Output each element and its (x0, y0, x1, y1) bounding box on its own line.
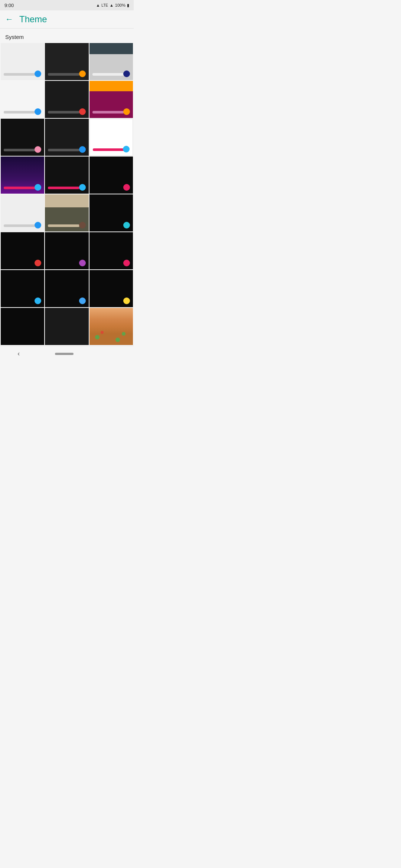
section-label: System (0, 29, 134, 43)
back-button[interactable]: ← (5, 14, 13, 24)
theme-dot (35, 146, 41, 153)
theme-bar (48, 149, 79, 151)
theme-card[interactable] (45, 43, 88, 80)
theme-dot (35, 222, 41, 228)
theme-card[interactable] (1, 270, 44, 307)
theme-bar (48, 73, 79, 76)
status-icons: ▲ LTE ▲ 100% ▮ (96, 3, 129, 8)
theme-card[interactable] (45, 81, 88, 118)
pizza-topping (122, 332, 125, 336)
theme-dot (123, 222, 130, 228)
theme-dot (123, 184, 130, 191)
theme-card[interactable] (89, 81, 133, 118)
theme-dot (35, 260, 41, 266)
theme-card[interactable] (89, 119, 133, 156)
theme-card[interactable] (1, 119, 44, 156)
theme-bar (48, 224, 79, 227)
theme-card[interactable] (1, 194, 44, 231)
theme-bar (4, 111, 35, 114)
theme-dot (79, 260, 86, 266)
themes-grid (0, 43, 134, 346)
theme-card[interactable] (45, 270, 88, 307)
theme-dot (79, 297, 86, 304)
pizza-topping (101, 331, 104, 334)
theme-dot (79, 184, 86, 191)
theme-dot (79, 222, 86, 228)
theme-dot (35, 70, 41, 77)
nav-back-button[interactable]: ‹ (17, 350, 20, 358)
theme-dot (123, 297, 130, 304)
theme-bar (48, 187, 79, 189)
lte-icon: LTE (101, 3, 108, 7)
theme-bar (4, 224, 35, 227)
pizza-topping (95, 335, 100, 339)
theme-bar (4, 187, 35, 189)
theme-dot (123, 146, 130, 152)
theme-card[interactable] (89, 270, 133, 307)
theme-dot (79, 146, 86, 153)
theme-card[interactable] (1, 43, 44, 80)
theme-card[interactable] (45, 308, 88, 345)
theme-card[interactable] (89, 232, 133, 269)
theme-card[interactable] (45, 232, 88, 269)
theme-card[interactable] (45, 194, 88, 231)
theme-card[interactable] (45, 157, 88, 194)
theme-bar (92, 111, 124, 114)
battery-icon: ▮ (127, 3, 129, 8)
status-bar: 9:00 ▲ LTE ▲ 100% ▮ (0, 0, 134, 10)
theme-bar (4, 73, 35, 76)
theme-top-section (89, 81, 133, 91)
theme-card[interactable] (1, 157, 44, 194)
theme-dot (123, 70, 130, 77)
status-time: 9:00 (4, 3, 14, 8)
theme-card[interactable] (89, 194, 133, 231)
theme-dot (123, 260, 130, 266)
theme-card[interactable] (1, 81, 44, 118)
battery-label: 100% (115, 3, 125, 7)
theme-dot (35, 297, 41, 304)
theme-bar (93, 148, 124, 151)
theme-dot (79, 70, 86, 77)
theme-bar (92, 73, 124, 76)
theme-top-section (45, 194, 88, 207)
signal-icon: ▲ (110, 3, 114, 7)
theme-card[interactable] (1, 308, 44, 345)
theme-card[interactable] (89, 308, 133, 345)
page-title: Theme (19, 14, 47, 24)
theme-card[interactable] (45, 119, 88, 156)
toolbar: ← Theme (0, 10, 134, 29)
theme-bar (48, 111, 79, 114)
theme-card[interactable] (89, 43, 133, 80)
theme-card[interactable] (89, 157, 133, 194)
theme-bar (4, 149, 35, 151)
theme-top-bar (89, 43, 133, 54)
theme-card[interactable] (1, 232, 44, 269)
home-indicator[interactable] (55, 353, 74, 355)
wifi-icon: ▲ (96, 3, 100, 7)
theme-dot (79, 108, 86, 115)
nav-bar: ‹ (0, 346, 134, 361)
theme-dot (35, 108, 41, 115)
theme-dot (123, 108, 130, 115)
pizza-topping (115, 338, 120, 342)
